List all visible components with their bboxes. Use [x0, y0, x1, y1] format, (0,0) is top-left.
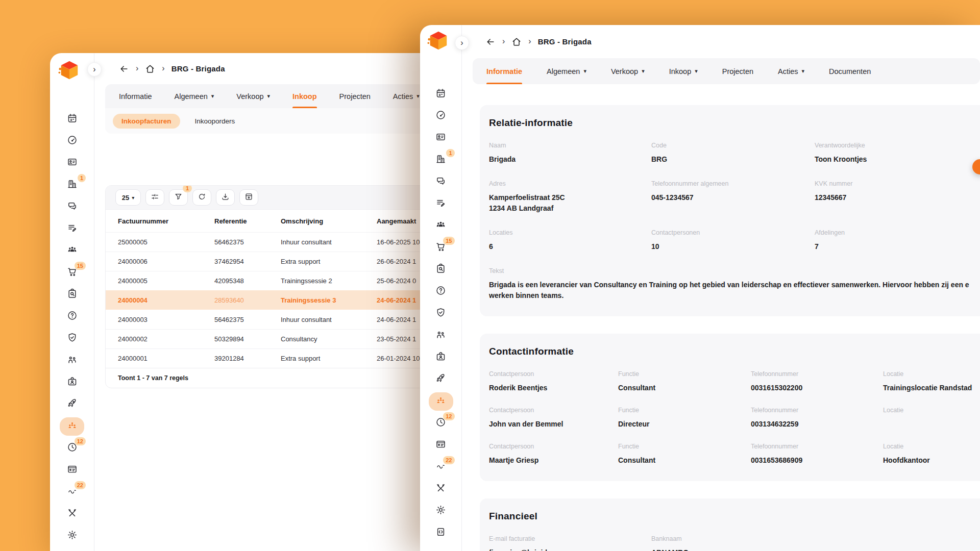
tab-item[interactable]: Projecten [339, 84, 371, 108]
sidebar-item[interactable] [58, 371, 86, 393]
column-header[interactable]: Referentie [214, 217, 281, 225]
subtab-item[interactable]: Inkooporders [186, 114, 244, 129]
refresh-button[interactable] [192, 189, 211, 206]
sidebar-item[interactable] [58, 152, 86, 174]
sidebar-item[interactable] [58, 503, 86, 525]
sidebar-item[interactable] [427, 259, 455, 281]
sidebar-item[interactable] [58, 284, 86, 306]
column-settings-button[interactable] [145, 189, 164, 206]
sidebar-item[interactable] [58, 306, 86, 328]
column-header[interactable]: Factuurnummer [118, 217, 214, 225]
presentation-icon [435, 329, 446, 342]
tab-item[interactable]: Algemeen ▾ [547, 58, 586, 84]
tab-item[interactable]: Inkoop [292, 84, 317, 108]
cell-factuurnummer: 24000002 [118, 335, 214, 343]
gear-icon [67, 530, 78, 542]
tab-item[interactable]: Informatie [119, 84, 152, 108]
right-window: › [420, 25, 980, 551]
sidebar-item[interactable] [58, 459, 86, 481]
sidebar-item[interactable]: 1 [427, 149, 455, 171]
sidebar-item[interactable] [60, 417, 84, 436]
sidebar-item[interactable] [427, 478, 455, 500]
sidebar-item[interactable]: 12 [58, 437, 86, 459]
field-value: 003134632259 [751, 419, 883, 430]
sidebar-item[interactable] [58, 393, 86, 415]
tab-item[interactable]: Verkoop ▾ [611, 58, 645, 84]
archive-button[interactable] [239, 189, 258, 206]
tab-item[interactable]: Acties ▾ [778, 58, 804, 84]
sidebar-item[interactable] [427, 127, 455, 149]
sidebar-item[interactable] [427, 105, 455, 127]
field-label: Telefoonnummer algemeen [651, 180, 815, 187]
sidebar-item[interactable] [429, 392, 453, 411]
desktop: › [0, 0, 980, 551]
sidebar-item[interactable] [427, 500, 455, 522]
field: Adres Kamperfoelistraat 25C 1234 AB Land… [489, 180, 651, 214]
sidebar-item[interactable]: 15 [427, 237, 455, 259]
field: Code BRG [651, 142, 815, 165]
sidebar-item[interactable] [427, 215, 455, 237]
sidebar-item[interactable] [58, 547, 86, 551]
id-card-icon [435, 132, 446, 144]
sidebar-item[interactable] [427, 522, 455, 544]
chevron-down-icon: ▾ [802, 68, 805, 74]
field-value: Directeur [618, 419, 751, 430]
chat-icon [67, 201, 78, 213]
tab-item[interactable]: Acties ▾ [393, 84, 420, 108]
sidebar-item[interactable]: 22 [427, 456, 455, 478]
field-value: werken binnen teams. [489, 290, 980, 301]
tab-item[interactable]: Inkoop ▾ [669, 58, 698, 84]
tab-item[interactable]: Algemeen ▾ [174, 84, 214, 108]
home-icon[interactable] [145, 64, 155, 74]
tab-item[interactable]: Verkoop ▾ [236, 84, 270, 108]
sidebar-expand-button[interactable]: › [455, 36, 469, 50]
app-logo [426, 29, 450, 53]
sidebar-item[interactable] [427, 434, 455, 456]
sidebar-item[interactable] [427, 171, 455, 193]
notification-badge: 22 [443, 456, 454, 464]
field: Naam Brigada [489, 142, 651, 165]
field-value: Toon Kroontjes [815, 154, 980, 165]
sidebar-item[interactable] [58, 525, 86, 547]
tab-item[interactable]: Informatie [486, 58, 522, 84]
help-icon [435, 285, 446, 298]
building-icon [435, 154, 446, 166]
sidebar-item[interactable] [58, 196, 86, 218]
tab-item[interactable]: Documenten [829, 58, 871, 84]
back-arrow-icon[interactable] [119, 64, 129, 74]
tab-item[interactable]: Projecten [722, 58, 753, 84]
subtab-item[interactable]: Inkoopfacturen [113, 114, 180, 129]
field-label: Locatie [883, 443, 980, 450]
sidebar-expand-button[interactable]: › [87, 62, 102, 77]
sidebar-item[interactable] [58, 349, 86, 371]
notes-icon [67, 222, 78, 235]
sidebar-item[interactable]: 22 [58, 481, 86, 503]
cell-factuurnummer: 24000006 [118, 258, 214, 265]
sidebar-item[interactable] [58, 108, 86, 130]
sidebar-item[interactable] [427, 281, 455, 303]
sidebar-item[interactable] [427, 303, 455, 324]
sidebar-item[interactable]: 15 [58, 262, 86, 284]
sidebar-item[interactable] [427, 368, 455, 390]
rocket-icon [67, 398, 78, 411]
sidebar-item[interactable] [58, 240, 86, 262]
chevron-down-icon: ▾ [132, 195, 134, 201]
notification-badge: 15 [75, 262, 86, 270]
field-value: 6 [489, 241, 651, 252]
sidebar-item[interactable] [427, 346, 455, 368]
sidebar-item[interactable] [427, 324, 455, 346]
sidebar-item[interactable]: 12 [427, 412, 455, 434]
filter-count-badge: 1 [183, 185, 192, 192]
sidebar-item[interactable]: 1 [58, 174, 86, 196]
field-value: 7 [815, 241, 980, 252]
sidebar-item[interactable] [58, 130, 86, 152]
sidebar-item[interactable] [58, 218, 86, 240]
home-icon[interactable] [511, 37, 522, 47]
column-header[interactable]: Omschrijving [281, 217, 377, 225]
download-button[interactable] [216, 189, 235, 206]
sidebar-item[interactable] [427, 193, 455, 215]
sidebar-item[interactable] [427, 83, 455, 105]
sidebar-item[interactable] [58, 328, 86, 349]
back-arrow-icon[interactable] [485, 37, 496, 47]
page-size-select[interactable]: 25 ▾ [115, 189, 141, 206]
